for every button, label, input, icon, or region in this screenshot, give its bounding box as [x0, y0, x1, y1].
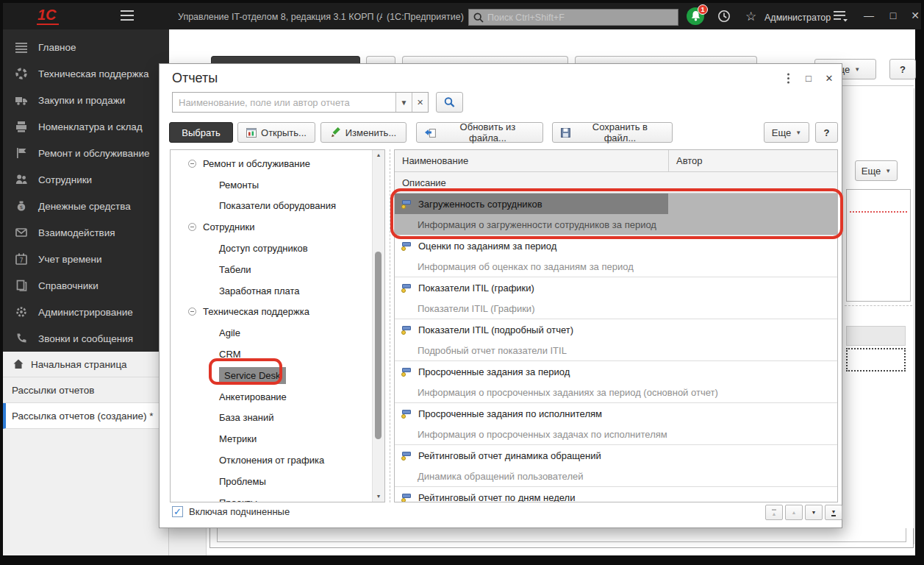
- tree-item[interactable]: Ремонты: [171, 174, 372, 196]
- home-icon: [12, 358, 25, 371]
- tab-report-mailing-new[interactable]: Рассылка отчетов (создание) *: [3, 403, 168, 429]
- report-row[interactable]: Рейтинговый отчет динамика обращений Дин…: [395, 445, 837, 487]
- report-author-cell: [668, 235, 837, 256]
- dialog-more-button[interactable]: Еще▼: [764, 122, 809, 143]
- report-row[interactable]: Рейтинговый отчет по дням недели: [395, 487, 837, 502]
- tree-scrollbar[interactable]: ▲ ▼: [372, 150, 384, 502]
- report-row[interactable]: Показатели ITIL (графики) Показатели ITI…: [395, 277, 837, 319]
- dialog-more-icon[interactable]: [781, 73, 795, 86]
- report-search-box: ▼ ✕: [172, 92, 429, 113]
- column-header-name[interactable]: Наименование: [395, 150, 668, 171]
- column-header-description[interactable]: Описание: [395, 172, 837, 193]
- notifications-bell-icon[interactable]: 1: [687, 7, 704, 25]
- tree-item[interactable]: Табели: [171, 259, 372, 280]
- service-menu-icon[interactable]: [834, 10, 850, 26]
- tree-item[interactable]: Техническая поддержка: [171, 302, 372, 323]
- save-to-file-button[interactable]: Сохранить в файл...: [552, 122, 673, 143]
- tab-home[interactable]: Начальная страница: [3, 352, 168, 377]
- tree-item[interactable]: Agile: [171, 322, 372, 344]
- refresh-from-file-button[interactable]: Обновить из файла...: [416, 122, 543, 143]
- obscured-focused-field[interactable]: [846, 348, 906, 372]
- dialog-maximize-icon[interactable]: □: [802, 73, 815, 84]
- obscured-button-top[interactable]: [575, 56, 757, 63]
- tree-item[interactable]: Метрики: [171, 428, 372, 449]
- tree-item[interactable]: База знаний: [171, 408, 372, 429]
- obscured-field[interactable]: [846, 326, 906, 346]
- collapse-icon[interactable]: [188, 160, 196, 168]
- close-window-button[interactable]: ✕: [908, 10, 923, 21]
- report-name: Показатели ITIL (графики): [418, 282, 534, 294]
- collapse-icon[interactable]: [188, 223, 196, 231]
- sidebar-item-purchases[interactable]: Закупки и продажи: [3, 87, 169, 113]
- sidebar-item-calls[interactable]: Звонки и сообщения: [3, 325, 169, 352]
- tree-item[interactable]: Заработная плата: [171, 280, 372, 302]
- dialog-close-icon[interactable]: ✕: [823, 73, 836, 84]
- report-row[interactable]: Показатели ITIL (подробный отчет) Подроб…: [395, 319, 837, 361]
- current-user[interactable]: Администратор: [764, 13, 831, 23]
- collapse-icon[interactable]: [188, 308, 196, 316]
- tree-item[interactable]: Анкетирование: [171, 386, 372, 408]
- search-history-dropdown-icon[interactable]: ▼: [395, 93, 412, 112]
- obscured-text-field[interactable]: [846, 189, 911, 302]
- report-row[interactable]: Оценки по заданиям за период Информация …: [395, 235, 837, 277]
- maximize-button[interactable]: □: [886, 10, 900, 21]
- dialog-help-button[interactable]: ?: [815, 122, 838, 143]
- report-row[interactable]: Просроченные задания по исполнителям Инф…: [395, 403, 837, 445]
- report-row[interactable]: Просроченные задания за период Информаци…: [395, 361, 837, 403]
- form-help-button[interactable]: ?: [889, 59, 916, 79]
- obscured-button-top[interactable]: [211, 56, 360, 63]
- tree-item[interactable]: Доступ сотрудников: [171, 238, 372, 259]
- sidebar-item-interactions[interactable]: Взаимодействия: [3, 219, 169, 246]
- reports-list: Наименование Автор Описание Загруженност…: [394, 149, 838, 502]
- report-author-cell: [668, 403, 837, 424]
- scroll-up-icon[interactable]: ▲: [373, 150, 384, 160]
- sidebar-item-glavnoe[interactable]: Главное: [3, 34, 169, 60]
- tree-item[interactable]: Service Desk: [171, 365, 372, 386]
- employees-icon: [15, 173, 28, 186]
- tree-item[interactable]: Отклонения от графика: [171, 449, 372, 471]
- obscured-button-top[interactable]: [402, 56, 568, 63]
- tree-item[interactable]: Сотрудники: [171, 216, 372, 238]
- report-row[interactable]: Загруженность сотрудников Информация о з…: [395, 193, 837, 235]
- tree-item[interactable]: Ремонт и обслуживание: [171, 153, 372, 174]
- report-author-cell: [668, 277, 837, 298]
- main-menu-icon[interactable]: [121, 10, 135, 24]
- tree-item[interactable]: Проблемы: [171, 471, 372, 492]
- report-icon: [401, 283, 412, 293]
- go-last-button[interactable]: ▼: [825, 505, 842, 520]
- minimize-button[interactable]: —: [862, 10, 876, 21]
- panel-more-button[interactable]: Еще▼: [855, 160, 898, 181]
- sidebar-item-administration[interactable]: Администрирование: [3, 299, 169, 325]
- clear-search-icon[interactable]: ✕: [412, 93, 428, 112]
- report-search-input[interactable]: [173, 93, 395, 112]
- scrollbar-thumb[interactable]: [375, 252, 382, 439]
- sidebar-item-references[interactable]: Справочники: [3, 272, 169, 299]
- open-button[interactable]: Открыть...: [237, 122, 315, 143]
- tree-item[interactable]: CRM: [171, 344, 372, 365]
- tab-report-mailings[interactable]: Рассылки отчетов: [3, 377, 168, 403]
- sidebar-item-time-tracking[interactable]: 7 Учет времени: [3, 246, 169, 272]
- column-header-author[interactable]: Автор: [668, 150, 837, 171]
- go-next-button[interactable]: ▼: [805, 505, 823, 520]
- sidebar-item-employees[interactable]: Сотрудники: [3, 166, 169, 193]
- run-search-button[interactable]: [436, 92, 463, 113]
- tree-item[interactable]: Проекты: [171, 492, 372, 502]
- edit-button[interactable]: Изменить...: [320, 122, 407, 143]
- go-first-button[interactable]: ▲: [765, 505, 783, 520]
- sidebar-item-warehouse[interactable]: Номенклатура и склад: [3, 113, 169, 140]
- obscured-button-top[interactable]: [366, 56, 395, 63]
- tree-item[interactable]: Показатели оборудования: [171, 196, 372, 217]
- checkbox-checked-icon[interactable]: ✓: [172, 506, 183, 517]
- panel-splitter[interactable]: [390, 149, 390, 502]
- sidebar-item-repair[interactable]: Ремонт и обслуживание: [3, 140, 169, 166]
- favorites-star-icon[interactable]: ☆: [745, 9, 756, 24]
- scroll-down-icon[interactable]: ▼: [373, 491, 384, 502]
- select-button[interactable]: Выбрать: [169, 122, 233, 143]
- history-icon[interactable]: [717, 10, 731, 26]
- report-icon: [401, 409, 412, 419]
- global-search-box[interactable]: [468, 9, 678, 26]
- sidebar-item-money[interactable]: s Денежные средства: [3, 193, 169, 219]
- go-prev-button[interactable]: ▲: [785, 505, 803, 520]
- sidebar-item-tech-support[interactable]: Техническая поддержка: [3, 60, 169, 87]
- global-search-input[interactable]: [487, 13, 673, 23]
